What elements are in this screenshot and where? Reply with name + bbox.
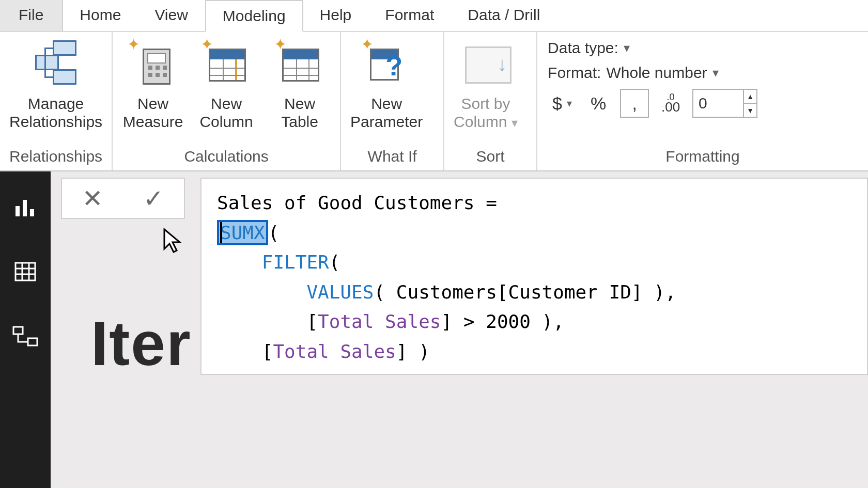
sort-icon: ↓ <box>460 38 512 88</box>
accept-button[interactable]: ✓ <box>123 179 184 218</box>
new-measure-button[interactable]: New Measure <box>122 38 184 131</box>
group-relationships-label: Relationships <box>0 145 112 170</box>
filter-keyword: FILTER <box>262 251 329 273</box>
tab-view[interactable]: View <box>138 0 205 31</box>
model-view-icon[interactable] <box>11 322 40 351</box>
manage-relationships-button[interactable]: Manage Relationships <box>9 38 102 131</box>
new-measure-icon <box>127 38 179 88</box>
group-formatting-label: Formatting <box>537 145 868 170</box>
new-table-icon <box>274 38 326 88</box>
values-arg: Customers[Customer ID] ), <box>385 281 676 303</box>
measure-ref-1: Total Sales <box>318 311 441 332</box>
svg-rect-9 <box>28 338 37 345</box>
left-nav <box>0 171 51 488</box>
group-sort: ↓ Sort by Column ▾ Sort <box>444 32 537 170</box>
manage-relationships-icon <box>30 38 82 88</box>
selected-token: SUMX <box>217 220 268 245</box>
group-calculations: New Measure New Column <box>113 32 341 170</box>
new-column-icon <box>200 38 252 88</box>
svg-rect-0 <box>16 206 20 216</box>
close-paren: ) <box>407 341 429 362</box>
sort-by-column-button[interactable]: ↓ Sort by Column ▾ <box>454 38 518 131</box>
main: ✕ ✓ Sales of Good Customers = SUMX( FILT… <box>0 171 868 488</box>
canvas: ✕ ✓ Sales of Good Customers = SUMX( FILT… <box>51 171 868 488</box>
format-dropdown[interactable]: ▾ <box>712 66 719 80</box>
decimals-icon: .0.00 <box>656 89 685 118</box>
svg-rect-8 <box>13 327 23 334</box>
page-heading-fragment: Iter <box>91 308 192 379</box>
ribbon-tabs: File Home View Modeling Help Format Data… <box>0 0 868 32</box>
format-value: Whole number <box>606 64 707 82</box>
new-column-label: New Column <box>199 95 253 131</box>
new-table-button[interactable]: New Table <box>269 38 331 131</box>
group-formatting: Data type: ▾ Format: Whole number ▾ $ ▾ … <box>537 32 868 170</box>
new-parameter-label: New Parameter <box>350 95 423 131</box>
formula-bar-buttons: ✕ ✓ <box>61 178 185 219</box>
new-parameter-button[interactable]: ? New Parameter <box>350 38 423 131</box>
svg-rect-2 <box>30 209 34 216</box>
cancel-button[interactable]: ✕ <box>62 179 123 218</box>
group-whatif: ? New Parameter What If <box>341 32 444 170</box>
values-keyword: VALUES <box>306 281 374 303</box>
thousands-separator-button[interactable]: , <box>620 89 649 118</box>
svg-rect-3 <box>16 263 35 280</box>
percent-button[interactable]: % <box>584 89 613 118</box>
tab-home[interactable]: Home <box>63 0 138 31</box>
decimal-places-input[interactable]: 0 <box>692 89 744 118</box>
svg-rect-1 <box>23 200 27 216</box>
tab-format[interactable]: Format <box>368 0 451 31</box>
sort-by-column-label: Sort by Column ▾ <box>454 95 518 131</box>
group-relationships: Manage Relationships Relationships <box>0 32 113 170</box>
new-parameter-icon: ? <box>361 38 412 88</box>
tab-modeling[interactable]: Modeling <box>205 0 303 32</box>
ribbon: Manage Relationships Relationships New M… <box>0 32 868 171</box>
new-measure-label: New Measure <box>123 95 183 131</box>
data-type-dropdown[interactable]: ▾ <box>624 41 630 55</box>
decimal-places-spinner[interactable]: ▲▼ <box>744 89 757 118</box>
new-table-label: New Table <box>281 95 318 131</box>
mouse-cursor-icon <box>163 228 182 258</box>
manage-relationships-label: Manage Relationships <box>9 95 102 131</box>
currency-button[interactable]: $ ▾ <box>548 89 577 118</box>
group-sort-label: Sort <box>444 145 536 170</box>
group-whatif-label: What If <box>341 145 443 170</box>
tab-file[interactable]: File <box>0 0 63 31</box>
measure-ref-2: Total Sales <box>273 341 396 362</box>
data-view-icon[interactable] <box>11 257 40 286</box>
gt-text: > 2000 ), <box>452 311 564 332</box>
measure-name: Sales of Good Customers <box>217 192 475 213</box>
report-view-icon[interactable] <box>11 192 40 221</box>
new-column-button[interactable]: New Column <box>195 38 257 131</box>
chevron-down-icon: ▾ <box>512 116 518 130</box>
group-calculations-label: Calculations <box>113 145 340 170</box>
format-label: Format: <box>548 64 601 82</box>
data-type-label: Data type: <box>548 39 618 57</box>
formula-bar[interactable]: Sales of Good Customers = SUMX( FILTER( … <box>200 178 868 375</box>
tab-help[interactable]: Help <box>303 0 369 31</box>
tab-data-drill[interactable]: Data / Drill <box>451 0 557 31</box>
